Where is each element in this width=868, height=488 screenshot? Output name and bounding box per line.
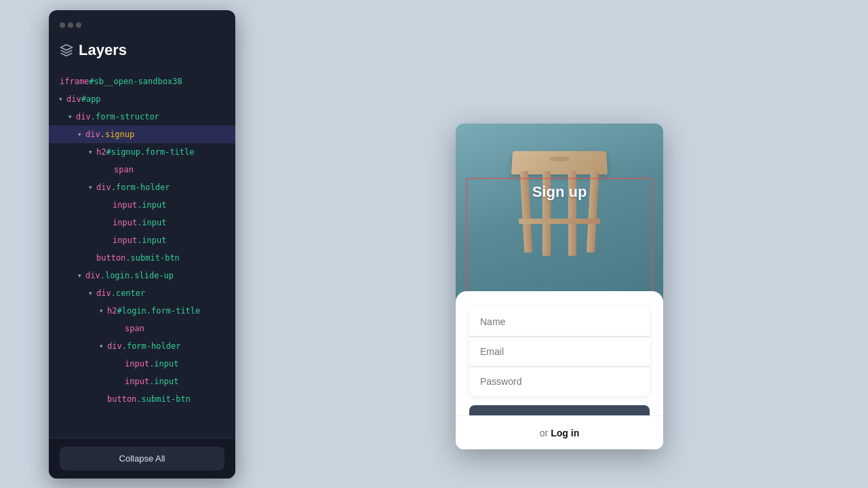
tree-item-input-2[interactable]: input.input (49, 214, 235, 231)
tree-item-login-input-2[interactable]: input.input (49, 373, 235, 390)
arrow-signup (75, 130, 84, 139)
password-input[interactable] (469, 367, 650, 396)
tree-item-app[interactable]: div#app (49, 90, 235, 108)
dot-1 (60, 22, 65, 28)
tree-item-h2-login[interactable]: h2#login.form-title (49, 302, 235, 320)
tree-item-form-structor[interactable]: div.form-structor (49, 108, 235, 126)
form-inputs-container (469, 307, 650, 396)
arrow-h2-login (96, 306, 106, 316)
tree-item-button-2[interactable]: button.submit-btn (49, 390, 235, 408)
layers-icon (60, 43, 73, 57)
iframe-id: #sb__open-sandbox38 (89, 77, 182, 86)
iframe-item[interactable]: iframe#sb__open-sandbox38 (49, 73, 235, 90)
tree-item-login-input-1[interactable]: input.input (49, 355, 235, 373)
or-text: or (540, 428, 548, 438)
arrow-app (56, 94, 65, 104)
panel-title-row: Layers (49, 41, 235, 67)
email-input[interactable] (469, 337, 650, 367)
tree-item-span-2[interactable]: span (49, 320, 235, 337)
layers-panel: Layers iframe#sb__open-sandbox38 div#app… (49, 10, 235, 478)
panel-titlebar (49, 10, 235, 25)
login-link[interactable]: Log in (551, 428, 579, 438)
arrow-form-holder-1 (85, 183, 95, 192)
tree-item-input-1[interactable]: input.input (49, 196, 235, 214)
tree-item-h2-signup[interactable]: h2#signup.form-title (49, 143, 235, 161)
svg-marker-0 (61, 45, 73, 50)
arrow-login (75, 271, 84, 280)
preview-panel: Sign up Sign up or Log in (456, 124, 663, 449)
tree-item-input-3[interactable]: input.input (49, 231, 235, 249)
arrow-center (85, 288, 95, 298)
panel-content[interactable]: iframe#sb__open-sandbox38 div#app div.fo… (49, 67, 235, 438)
tree-item-form-holder-1[interactable]: div.form-holder (49, 179, 235, 196)
tree-item-form-holder-2[interactable]: div.form-holder (49, 337, 235, 355)
panel-footer: Collapse All (49, 438, 235, 478)
arrow-form-structor (65, 112, 75, 121)
login-footer: or Log in (456, 415, 663, 449)
tree-item-button-1[interactable]: button.submit-btn (49, 249, 235, 267)
dot-3 (76, 22, 81, 28)
iframe-tag: iframe (60, 77, 89, 86)
preview-background: Sign up Sign up or Log in (456, 124, 663, 449)
tree-item-login[interactable]: div.login.slide-up (49, 267, 235, 284)
arrow-form-holder-2 (96, 341, 106, 351)
name-input[interactable] (469, 307, 650, 337)
dot-2 (68, 22, 73, 28)
panel-title: Layers (79, 41, 127, 59)
tree-item-center[interactable]: div.center (49, 284, 235, 302)
collapse-all-button[interactable]: Collapse All (60, 447, 224, 470)
tree-item-span-1[interactable]: span (49, 161, 235, 179)
tree-item-signup[interactable]: div.signup (49, 126, 235, 143)
panel-dots (60, 22, 81, 28)
arrow-h2-signup (85, 147, 95, 157)
